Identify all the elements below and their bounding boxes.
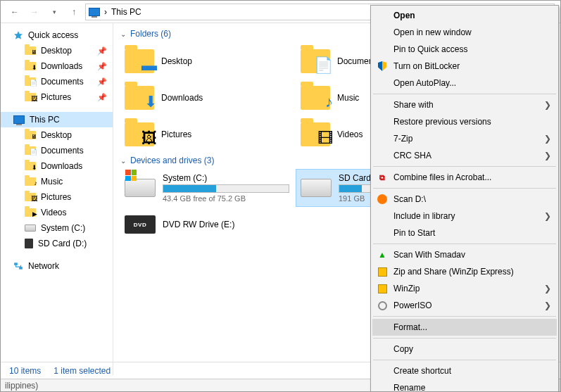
sidebar-item-documents[interactable]: 📄 Documents 📌 — [1, 74, 113, 89]
folder-item-downloads[interactable]: ⬇Downloads — [120, 80, 296, 116]
folder-icon: 🖼 — [25, 93, 36, 101]
sidebar-item-pictures[interactable]: 🖼 Pictures 📌 — [1, 89, 113, 105]
context-menu-item[interactable]: ▲Scan With Smadav — [372, 246, 557, 263]
context-menu-label: Share with — [393, 100, 434, 110]
breadcrumb-location[interactable]: This PC — [111, 7, 141, 17]
context-menu-item[interactable]: Open in new window — [372, 24, 557, 41]
windows-logo-icon — [125, 170, 137, 181]
folder-icon: 📄 — [25, 77, 36, 86]
context-menu-label: 7-Zip — [393, 134, 412, 144]
context-menu-item[interactable]: Open — [372, 7, 557, 24]
context-menu-label: WinZip — [393, 284, 420, 293]
network-icon — [13, 261, 23, 271]
winzip-icon — [377, 266, 388, 277]
context-menu-label: Rename — [393, 383, 425, 392]
drive-item-system-c[interactable]: System (C:) 43.4 GB free of 75.2 GB — [120, 170, 296, 206]
forward-button[interactable]: → — [26, 4, 43, 20]
recent-locations-button[interactable]: ▾ — [46, 4, 63, 20]
sidebar-item-sd-card-d[interactable]: SD Card (D:) — [1, 236, 113, 251]
context-menu-item[interactable]: Turn on BitLocker — [372, 58, 557, 75]
context-menu: OpenOpen in new windowPin to Quick acces… — [370, 5, 559, 392]
context-menu-item[interactable]: Share with❯ — [372, 96, 557, 113]
folder-icon: ▬ — [125, 49, 154, 73]
chevron-down-icon: ⌄ — [120, 30, 126, 38]
sidebar-item-downloads[interactable]: ⬇ Downloads 📌 — [1, 58, 113, 74]
sidebar-item-videos-pc[interactable]: ▶Videos — [1, 205, 113, 220]
sidebar-item-desktop-pc[interactable]: 🖥Desktop — [1, 127, 113, 143]
group-title: Devices and drives (3) — [130, 156, 214, 165]
sidebar-item-documents-pc[interactable]: 📄Documents — [1, 143, 113, 158]
context-menu-item[interactable]: WinZip❯ — [372, 280, 557, 297]
folder-icon: 📄 — [301, 49, 330, 73]
folder-icon: ♪ — [25, 177, 36, 186]
folder-icon: ▶ — [25, 208, 36, 217]
context-menu-item[interactable]: Include in library❯ — [372, 208, 557, 225]
group-title: Folders (6) — [130, 29, 171, 39]
folder-icon: 🖥 — [25, 46, 36, 55]
space-bar — [163, 184, 289, 193]
context-menu-item[interactable]: Zip and Share (WinZip Express) — [372, 263, 557, 280]
context-menu-item[interactable]: ⧉Combine files in Acrobat... — [372, 169, 557, 186]
sidebar-item-desktop[interactable]: 🖥 Desktop 📌 — [1, 43, 113, 58]
item-label: Desktop — [161, 56, 292, 66]
shield-icon — [377, 61, 388, 72]
sidebar-quick-access[interactable]: Quick access — [1, 27, 113, 43]
drive-icon — [301, 179, 332, 197]
sidebar-item-pictures-pc[interactable]: 🖼Pictures — [1, 189, 113, 205]
pin-icon: 📌 — [97, 62, 107, 71]
svg-rect-1 — [14, 263, 18, 265]
folder-item-desktop[interactable]: ▬Desktop — [120, 43, 296, 80]
sidebar-item-label: Pictures — [41, 192, 71, 202]
context-menu-item[interactable]: 7-Zip❯ — [372, 130, 557, 147]
sidebar-network[interactable]: Network — [1, 258, 113, 274]
folder-item-pictures[interactable]: 🖼Pictures — [120, 116, 296, 153]
sidebar-item-label: Network — [28, 261, 59, 271]
context-menu-label: Format... — [393, 322, 427, 332]
context-menu-label: Copy — [393, 344, 413, 354]
context-menu-label: Open in new window — [393, 27, 472, 37]
sidebar-item-system-c[interactable]: System (C:) — [1, 220, 113, 236]
submenu-arrow-icon: ❯ — [544, 301, 551, 310]
breadcrumb-chevron: › — [104, 7, 107, 17]
context-menu-separator — [373, 166, 556, 167]
submenu-arrow-icon: ❯ — [544, 284, 551, 293]
smadav-icon: ▲ — [377, 249, 388, 260]
context-menu-item[interactable]: Restore previous versions — [372, 113, 557, 130]
folder-icon: 🎞 — [301, 122, 330, 146]
sd-card-icon — [25, 239, 33, 248]
drive-item-dvd-rw-e[interactable]: DVD DVD RW Drive (E:) — [120, 206, 296, 243]
context-menu-item[interactable]: Create shortcut — [372, 362, 557, 379]
context-menu-item[interactable]: Pin to Start — [372, 225, 557, 241]
context-menu-separator — [373, 316, 556, 317]
pin-icon: 📌 — [97, 93, 107, 102]
sidebar-item-label: System (C:) — [41, 223, 85, 233]
context-menu-item[interactable]: Format... — [372, 319, 557, 336]
submenu-arrow-icon: ❯ — [544, 151, 551, 160]
context-menu-item[interactable]: Copy — [372, 341, 557, 358]
sidebar-item-label: Quick access — [28, 30, 78, 40]
context-menu-label: Pin to Start — [393, 228, 435, 238]
context-menu-item[interactable]: Scan D:\ — [372, 191, 557, 208]
context-menu-label: PowerISO — [393, 301, 432, 310]
sidebar-item-music-pc[interactable]: ♪Music — [1, 174, 113, 189]
context-menu-item[interactable]: Open AutoPlay... — [372, 75, 557, 91]
back-button[interactable]: ← — [6, 4, 23, 20]
context-menu-item[interactable]: Rename — [372, 379, 557, 392]
sidebar-item-downloads-pc[interactable]: ⬇Downloads — [1, 158, 113, 174]
context-menu-item[interactable]: Pin to Quick access — [372, 41, 557, 58]
sidebar-item-label: Documents — [41, 146, 84, 156]
folder-icon: ⬇ — [125, 86, 154, 110]
up-button[interactable]: ↑ — [65, 4, 82, 20]
pc-icon — [89, 8, 100, 16]
sidebar-this-pc[interactable]: This PC — [1, 112, 113, 127]
context-menu-item[interactable]: PowerISO❯ — [372, 297, 557, 314]
context-menu-label: Turn on BitLocker — [393, 61, 460, 71]
item-label: DVD RW Drive (E:) — [163, 220, 292, 229]
context-menu-separator — [373, 94, 556, 94]
context-menu-label: Include in library — [393, 211, 455, 221]
context-menu-item[interactable]: CRC SHA❯ — [372, 147, 557, 164]
sidebar-item-label: Downloads — [41, 161, 82, 171]
status-item-count: 10 items — [9, 366, 41, 376]
item-label: System (C:) — [163, 173, 292, 183]
sidebar-item-label: Desktop — [41, 46, 72, 56]
